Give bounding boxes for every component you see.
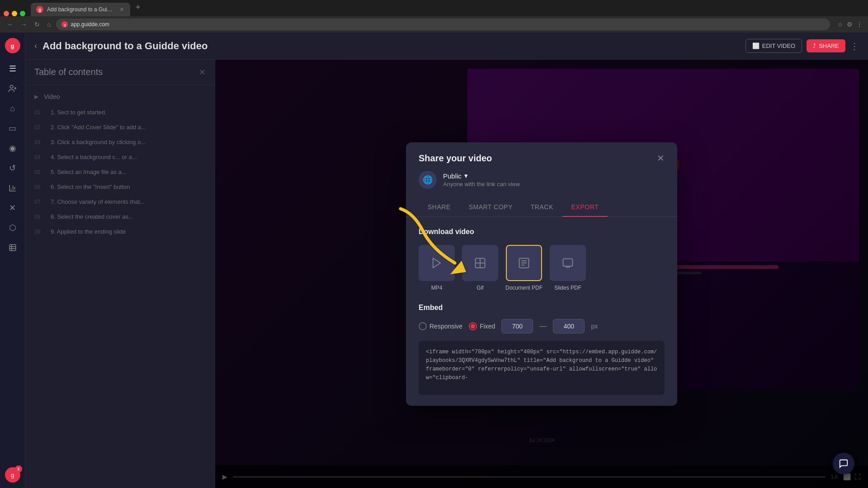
home-button[interactable]: ⌂	[45, 20, 52, 29]
toc-items: ▶ Video 01 1. Sect to get started. 02 2.…	[25, 85, 215, 243]
toc-item[interactable]: 04 4. Select a background c... or a...	[25, 150, 215, 164]
toc-section-video[interactable]: ▶ Video	[25, 89, 215, 105]
embed-size-row: Responsive Fixed —	[419, 319, 665, 333]
extensions-icon[interactable]: ⚙	[847, 21, 853, 28]
fixed-radio[interactable]	[469, 322, 477, 330]
sidebar: g ☰ ⌂ ▭ ◉ ↺ ✕ ⬡ 3 g	[0, 33, 25, 488]
toc-item-num: 01	[34, 109, 45, 116]
svg-rect-3	[9, 244, 16, 251]
minimize-traffic-light[interactable]	[12, 11, 17, 16]
globe-icon: 🌐	[419, 171, 437, 189]
sidebar-item-analytics[interactable]	[5, 180, 21, 196]
sidebar-item-menu[interactable]: ☰	[5, 61, 21, 77]
browser-tab[interactable]: g Add background to a Guidde video ✕	[31, 3, 130, 16]
document-pdf-label: Document PDF	[505, 285, 542, 291]
toc-item-num: 08	[34, 214, 45, 220]
sidebar-item-puzzle[interactable]: ⬡	[5, 220, 21, 236]
download-options: MP4 Gif	[419, 245, 665, 291]
toc-item-text: 8. Select the created cover as...	[51, 213, 133, 220]
toc-item-text: 1. Sect to get started.	[51, 109, 107, 116]
toc-close-button[interactable]: ✕	[199, 67, 206, 77]
toc-item[interactable]: 06 6. Select on the "Insert" button	[25, 179, 215, 194]
share-label: SHARE	[819, 42, 839, 49]
app-container: g ☰ ⌂ ▭ ◉ ↺ ✕ ⬡ 3 g ‹ Add background to …	[0, 33, 868, 488]
toolbar-actions: ☆ ⚙ ⋮	[837, 21, 863, 28]
toc-item[interactable]: 09 9. Applied to the ending slide	[25, 224, 215, 239]
bookmark-icon[interactable]: ☆	[837, 21, 843, 28]
embed-title: Embed	[419, 304, 665, 312]
back-button[interactable]: ←	[5, 20, 15, 29]
svg-marker-8	[433, 258, 440, 267]
tab-track[interactable]: TRACK	[522, 198, 562, 217]
sidebar-logo[interactable]: g	[5, 38, 20, 53]
tab-close-button[interactable]: ✕	[118, 6, 125, 13]
modal-body: Download video MP4	[406, 217, 677, 406]
close-traffic-light[interactable]	[4, 11, 9, 16]
modal-visibility: 🌐 Public ▾ Anyone with the link can view	[406, 164, 677, 196]
header-actions: ⬜ EDIT VIDEO ⤴ SHARE ⋮	[745, 39, 859, 53]
toc-item[interactable]: 03 3. Click a background by clicking o..…	[25, 135, 215, 150]
tab-smart-copy[interactable]: SMART COPY	[460, 198, 522, 217]
responsive-option[interactable]: Responsive	[419, 322, 462, 330]
download-section-title: Download video	[419, 228, 665, 236]
tab-share[interactable]: SHARE	[419, 198, 460, 217]
chat-button[interactable]	[833, 453, 854, 474]
share-button[interactable]: ⤴ SHARE	[807, 39, 845, 52]
svg-rect-16	[563, 258, 573, 266]
toc-title: Table of contents	[34, 67, 193, 77]
toc-item-num: 02	[34, 124, 45, 131]
modal-header: Share your video ✕	[406, 142, 677, 164]
toc-item[interactable]: 02 2. Click "Add Cover Slide" to add a..…	[25, 120, 215, 135]
reload-button[interactable]: ↻	[33, 20, 42, 29]
sidebar-item-home[interactable]: ⌂	[5, 100, 21, 117]
sidebar-item-video[interactable]: ▭	[5, 120, 21, 136]
sidebar-item-report[interactable]	[5, 239, 21, 256]
toc-item-num: 05	[34, 169, 45, 175]
browser-chrome: g Add background to a Guidde video ✕ + ←…	[0, 0, 868, 33]
toc-item-num: 06	[34, 184, 45, 190]
toc-item[interactable]: 08 8. Select the created cover as...	[25, 209, 215, 224]
new-tab-button[interactable]: +	[132, 3, 144, 12]
tab-favicon: g	[36, 6, 43, 13]
toc-item-text: 2. Click "Add Cover Slide" to add a...	[51, 124, 146, 131]
sidebar-item-integration[interactable]: ✕	[5, 200, 21, 216]
embed-code-box[interactable]: <iframe width="700px" height="400px" src…	[419, 341, 665, 395]
toc-item[interactable]: 07 7. Choose variety of elements that...	[25, 194, 215, 209]
video-area: INSERT ▶ 1.0 ⬜ ⛶	[215, 60, 868, 488]
sidebar-item-chat[interactable]: ◉	[5, 140, 21, 156]
toc-item-text: 4. Select a background c... or a...	[51, 154, 137, 160]
responsive-radio[interactable]	[419, 322, 427, 330]
mp4-icon-box	[419, 245, 455, 281]
back-button[interactable]: ‹	[34, 41, 37, 51]
toc-header: Table of contents ✕	[25, 60, 215, 85]
modal-tabs: SHARE SMART COPY TRACK EXPORT	[406, 198, 677, 217]
sidebar-item-refresh[interactable]: ↺	[5, 160, 21, 176]
embed-width-input[interactable]	[501, 319, 533, 333]
address-bar[interactable]: g app.guidde.com	[56, 19, 830, 30]
download-option-slides-pdf[interactable]: Slides PDF	[550, 245, 586, 291]
page-header: ‹ Add background to a Guidde video ⬜ EDI…	[25, 33, 868, 60]
forward-button[interactable]: →	[19, 20, 29, 29]
sidebar-item-add-user[interactable]	[5, 80, 21, 97]
toc-item-num: 04	[34, 154, 45, 160]
edit-video-button[interactable]: ⬜ EDIT VIDEO	[745, 39, 802, 53]
toc-item[interactable]: 05 5. Select an Image file as a...	[25, 164, 215, 179]
toc-item[interactable]: 01 1. Sect to get started.	[25, 105, 215, 120]
bottom-user-avatar[interactable]: 3 g	[5, 467, 20, 483]
more-menu-button[interactable]: ⋮	[850, 41, 859, 52]
maximize-traffic-light[interactable]	[20, 11, 25, 16]
address-text: app.guidde.com	[71, 21, 109, 28]
modal-overlay: Share your video ✕ 🌐 Public ▾ Anyone wit…	[215, 60, 868, 488]
modal-close-button[interactable]: ✕	[657, 154, 665, 163]
download-option-gif[interactable]: Gif	[462, 245, 498, 291]
traffic-lights	[4, 11, 25, 16]
visibility-label[interactable]: Public ▾	[443, 172, 520, 180]
tab-export[interactable]: EXPORT	[562, 198, 608, 217]
fixed-option[interactable]: Fixed	[469, 322, 495, 330]
play-icon: ▶	[34, 94, 38, 100]
more-icon[interactable]: ⋮	[856, 21, 863, 28]
download-option-document-pdf[interactable]: Document PDF	[505, 245, 542, 291]
download-option-mp4[interactable]: MP4	[419, 245, 455, 291]
share-modal: Share your video ✕ 🌐 Public ▾ Anyone wit…	[406, 142, 677, 406]
embed-height-input[interactable]	[553, 319, 585, 333]
